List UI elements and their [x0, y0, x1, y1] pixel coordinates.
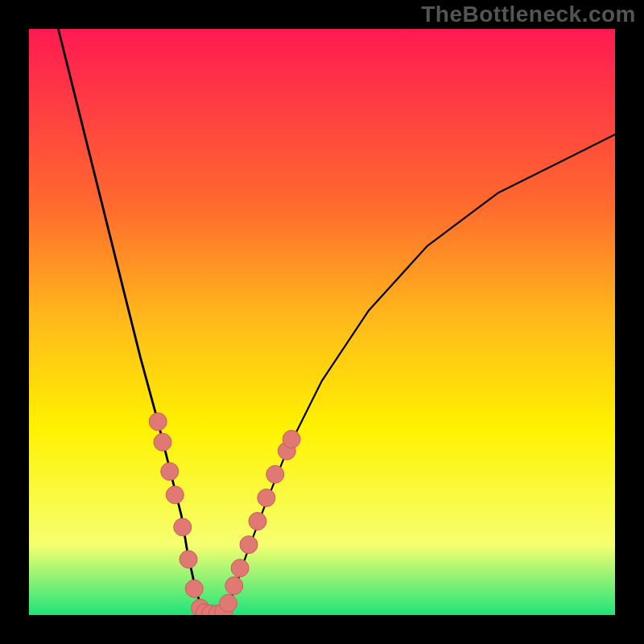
data-dot [174, 518, 192, 536]
data-dot [220, 594, 237, 612]
watermark-text: TheBottleneck.com [421, 2, 636, 27]
data-dot [283, 431, 300, 448]
data-dot [225, 577, 243, 595]
gradient-background [29, 29, 615, 615]
data-dot [185, 580, 203, 597]
data-dot [154, 433, 171, 451]
plot-area [29, 29, 615, 615]
data-dot [149, 413, 167, 431]
data-dot [161, 463, 179, 481]
data-dot [231, 559, 249, 577]
outer-frame: TheBottleneck.com [0, 0, 644, 644]
data-dot [166, 486, 184, 504]
data-dot [266, 465, 284, 483]
data-dot [180, 551, 197, 568]
data-dot [258, 489, 275, 506]
data-dot [249, 513, 266, 530]
data-dot [240, 536, 258, 554]
